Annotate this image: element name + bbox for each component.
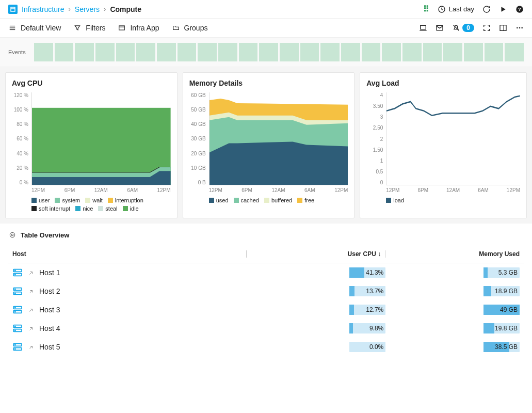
event-block[interactable] [116,43,135,61]
axis-tick: 12AM [94,187,108,193]
event-block[interactable] [443,43,462,61]
memory-plot-area[interactable] [209,92,348,185]
event-block[interactable] [218,43,237,61]
alerts-indicator[interactable]: 0 [452,24,474,32]
legend-item[interactable]: used [209,197,229,203]
event-block[interactable] [198,43,217,61]
timerange-selector[interactable]: Last day [438,5,474,13]
axis-tick: 12PM [334,187,348,193]
legend-item[interactable]: interruption [108,197,143,203]
table-row[interactable]: Host 49.8%19.8 GB [8,319,524,338]
header-actions: ⠿ Last day ? [423,4,524,14]
legend-swatch [386,198,391,203]
col-user-cpu[interactable]: User CPU ↓ [251,245,390,263]
col-host[interactable]: Host [8,245,251,263]
filters-label: Filters [86,24,105,32]
legend-item[interactable]: free [297,197,314,203]
event-block[interactable] [362,43,381,61]
external-link-icon[interactable] [28,325,34,331]
event-block[interactable] [320,43,340,61]
legend-item[interactable]: idle [123,205,139,212]
legend-label: free [304,197,314,203]
col-memory-used[interactable]: Memory Used [390,245,524,263]
add-widget-icon[interactable]: ⠿ [423,4,429,14]
event-block[interactable] [239,43,258,61]
charts-row: Avg CPU 120 %100 %80 %60 %40 %20 %0 % 12… [0,67,532,224]
chevron-right-icon: › [104,5,106,13]
refresh-icon[interactable] [482,5,491,13]
legend-item[interactable]: user [31,197,50,203]
legend-item[interactable]: nice [75,205,93,212]
event-block[interactable] [259,43,278,61]
axis-tick: 1.50 [366,147,383,153]
memory-bar: 5.3 GB [483,267,520,278]
menu-icon [8,24,17,32]
svg-point-27 [11,234,13,236]
external-link-icon[interactable] [28,269,34,276]
event-block[interactable] [485,43,504,61]
fullscreen-icon[interactable] [482,24,491,32]
external-link-icon[interactable] [28,288,34,294]
play-icon[interactable] [499,5,507,13]
legend-item[interactable]: soft interrupt [31,205,70,212]
breadcrumb-servers[interactable]: Servers [75,5,100,13]
event-block[interactable] [402,43,422,61]
event-block[interactable] [423,43,442,61]
legend-item[interactable]: system [55,197,80,203]
help-icon[interactable]: ? [515,5,524,13]
legend-item[interactable]: steal [98,205,117,212]
axis-tick: 0 B [189,180,206,185]
app-logo-icon[interactable] [8,5,18,14]
external-link-icon[interactable] [28,344,34,350]
breadcrumb-infrastructure[interactable]: Infrastructure [22,5,64,13]
table-row[interactable]: Host 312.7%49 GB [8,300,524,319]
legend-item[interactable]: load [386,197,404,203]
event-block[interactable] [382,43,401,61]
filters-button[interactable]: Filters [73,24,105,32]
event-block[interactable] [75,43,94,61]
event-block[interactable] [505,43,524,61]
legend-swatch [85,198,90,203]
legend-item[interactable]: buffered [264,197,292,203]
axis-tick: 6PM [241,187,252,193]
laptop-icon[interactable] [419,24,427,32]
external-link-icon[interactable] [28,307,34,313]
panel-icon[interactable] [499,24,507,32]
legend-label: idle [130,205,139,212]
event-block[interactable] [464,43,483,61]
axis-tick: 12AM [446,187,460,193]
memory-value: 5.3 GB [496,269,520,276]
event-block[interactable] [34,43,53,61]
default-view-label: Default View [21,24,61,32]
event-block[interactable] [280,43,299,61]
axis-tick: 6AM [478,187,489,193]
table-row[interactable]: Host 50.0%38.5 GB [8,338,524,356]
event-block[interactable] [95,43,115,61]
event-block[interactable] [157,43,176,61]
event-block[interactable] [55,43,74,61]
cpu-plot-area[interactable] [31,92,171,185]
load-plot-area[interactable] [386,92,520,185]
legend-item[interactable]: wait [85,197,103,203]
event-block[interactable] [136,43,155,61]
table-row[interactable]: Host 213.7%18.9 GB [8,282,524,300]
legend-swatch [264,198,269,203]
more-icon[interactable] [515,24,524,32]
groups-button[interactable]: Groups [172,24,208,32]
svg-point-42 [14,326,15,327]
event-block[interactable] [178,43,197,61]
events-timeline[interactable] [34,43,524,61]
server-icon [12,343,23,351]
legend-item[interactable]: cached [234,197,259,203]
axis-tick: 50 GB [189,107,206,113]
axis-tick: 12PM [31,187,45,193]
infra-app-button[interactable]: Infra App [118,24,159,32]
table-row[interactable]: Host 141.3%5.3 GB [8,263,524,282]
mail-icon[interactable] [436,24,444,32]
event-block[interactable] [341,43,360,61]
groups-label: Groups [184,24,208,32]
event-block[interactable] [300,43,319,61]
default-view-button[interactable]: Default View [8,24,61,32]
axis-tick: 3 [366,114,383,120]
memory-value: 49 GB [498,306,520,313]
